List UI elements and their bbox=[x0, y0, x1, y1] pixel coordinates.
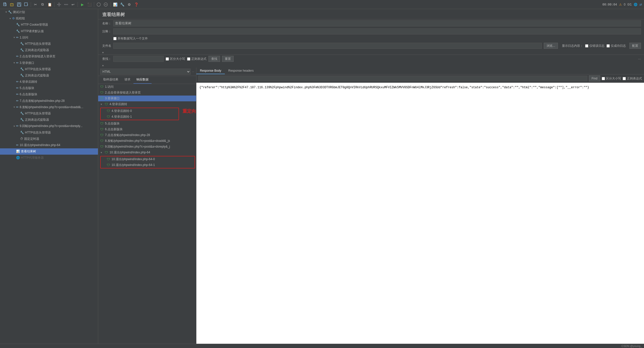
tree-item-click-block[interactable]: ✏ 5.点击版块 bbox=[0, 85, 98, 91]
filename-input[interactable] bbox=[113, 43, 542, 49]
saveas-btn[interactable] bbox=[23, 2, 29, 8]
test-tree: 🔧 测试计划 ⚙ 线程组 🔧 HTTP Cookie管理器 🔧 HTTP请求默认… bbox=[0, 9, 98, 344]
tree-item-header2[interactable]: 🔧 HTTP信息头管理器 bbox=[0, 66, 98, 72]
tools-btn[interactable]: 🔧 bbox=[119, 2, 125, 8]
find-btn[interactable]: 查找 bbox=[208, 56, 220, 62]
result-item-redirect[interactable]: 🛡 4.登录后跳转 bbox=[98, 101, 196, 107]
regex2-icon: 🔧 bbox=[20, 73, 24, 78]
tree-item-regex3[interactable]: 🔧 正则表达式提取器 bbox=[0, 117, 98, 123]
tree-item-result[interactable]: 📊 查看结果树 bbox=[0, 148, 98, 155]
save-btn[interactable] bbox=[16, 2, 22, 8]
tree-item-login-if[interactable]: ✏ 3.登录接口 bbox=[0, 60, 98, 66]
tree-item-regex1[interactable]: 🔧 正则表达式提取器 bbox=[0, 47, 98, 53]
tree-item-plan[interactable]: 🔧 测试计划 bbox=[0, 9, 98, 15]
arrow-redirect-list bbox=[100, 103, 103, 106]
result-item-reply[interactable]: 🛡 9.回帖/phpwind/index.php?c=post&a=dorepl… bbox=[98, 144, 196, 150]
tree-item-header1[interactable]: 🔧 HTTP信息头管理器 bbox=[0, 41, 98, 47]
regex-group[interactable]: 正则表达式 bbox=[187, 57, 206, 61]
tree-item-login-btn[interactable]: ✏ 2.点击登录按钮进入登录页 bbox=[0, 53, 98, 60]
stop-btn[interactable]: ⬛ bbox=[86, 2, 92, 8]
click-block-icon: ✏ bbox=[16, 86, 19, 91]
undo-btn[interactable]: ↩ bbox=[70, 2, 76, 8]
all-data-checkbox-group[interactable]: 所有数据写入一个文件 bbox=[113, 36, 148, 41]
reset-btn[interactable]: 重置 bbox=[222, 56, 234, 62]
format-select[interactable]: HTML TEXT JSON XML Regexp Tester CSS/JQu… bbox=[100, 69, 191, 75]
result-item-block[interactable]: 🛡 5.点击版块 bbox=[98, 121, 196, 126]
comment-input[interactable] bbox=[113, 28, 641, 34]
tree-item-visit[interactable]: ✏ 1.访问 bbox=[0, 34, 98, 41]
report-btn[interactable]: 📊 bbox=[112, 2, 118, 8]
success-log-checkbox[interactable] bbox=[606, 44, 610, 48]
result-item-visit[interactable]: 🛡 1.访问 bbox=[98, 84, 196, 90]
expand-btn[interactable]: ➕ bbox=[56, 2, 62, 8]
copy-btn[interactable]: ⧉ bbox=[40, 2, 46, 8]
result-item-redirect-0[interactable]: 🛡 4.登录后跳转-0 bbox=[101, 108, 178, 114]
tree-item-header3[interactable]: 🔧 HTTP信息头管理器 bbox=[0, 110, 98, 117]
resp-regex-checkbox[interactable] bbox=[623, 77, 626, 80]
result-item-login-if[interactable]: 🛡 3.登录接口 bbox=[98, 96, 196, 101]
timer-icon: ⏱ bbox=[20, 137, 23, 141]
tree-item-cookie[interactable]: 🔧 HTTP Cookie管理器 bbox=[0, 22, 98, 28]
help-btn[interactable]: ❓ bbox=[133, 2, 139, 8]
result-item-logout64-0[interactable]: 🛡 10.退出/phpwind/index.php-64-0 bbox=[101, 156, 195, 162]
tab-response-body[interactable]: Response Body bbox=[196, 68, 225, 74]
open-btn[interactable] bbox=[9, 2, 15, 8]
tab-request[interactable]: 请求 bbox=[121, 76, 133, 84]
header3-icon: 🔧 bbox=[20, 111, 24, 116]
tree-item-thread[interactable]: ⚙ 线程组 bbox=[0, 15, 98, 22]
success-log-group[interactable]: 仅成功日志 bbox=[606, 44, 626, 48]
tree-item-default[interactable]: 🔧 HTTP请求默认值 bbox=[0, 28, 98, 34]
error-log-checkbox[interactable] bbox=[585, 44, 588, 48]
settings-btn[interactable]: ⚙ bbox=[126, 2, 132, 8]
clear-all-btn[interactable] bbox=[96, 2, 102, 8]
resp-case-group[interactable]: 区分大小写 bbox=[602, 76, 621, 81]
case-sensitive-group[interactable]: 区分大小写 bbox=[166, 57, 185, 61]
result-item-login-click[interactable]: 🛡 2.点击登录按钮进入登录页 bbox=[98, 90, 196, 96]
tree-item-post28[interactable]: ✏ 7.点击发帖/phpwind/index.php-28 bbox=[0, 98, 98, 104]
search-input[interactable] bbox=[113, 56, 164, 62]
result-item-doadd[interactable]: 🛡 8.发帖/phpwind/index.php?c=post&a=doadd&… bbox=[98, 138, 196, 144]
response-find-btn[interactable]: Find bbox=[589, 75, 600, 81]
browse-btn[interactable]: 浏览... bbox=[544, 43, 558, 49]
config-btn[interactable]: 配置 bbox=[629, 43, 641, 49]
tree-item-redirect[interactable]: ✏ 4.登录后跳转 bbox=[0, 79, 98, 85]
case-sensitive-checkbox[interactable] bbox=[166, 57, 169, 61]
cut-btn[interactable]: ✂ bbox=[32, 2, 39, 8]
tab-response[interactable]: 响应数据 bbox=[133, 76, 152, 84]
tree-item-timer[interactable]: ⏱ 固定定时器 bbox=[0, 136, 98, 142]
tab-response-headers[interactable]: Response headers bbox=[225, 68, 257, 74]
result-item-new-block[interactable]: 🛡 6.点击新版块 bbox=[98, 126, 196, 132]
all-data-checkbox[interactable] bbox=[113, 37, 117, 40]
tree-item-click-new[interactable]: ✏ 6.点击新版块 bbox=[0, 91, 98, 98]
result-item-logout64-1[interactable]: 🛡 10.退出/phpwind/index.php-64-1 bbox=[101, 162, 195, 168]
result-item-logout64[interactable]: 🛡 10.退出/phpwind/index.php-64 bbox=[98, 150, 196, 155]
resp-case-checkbox[interactable] bbox=[602, 77, 605, 80]
tree-item-proxy[interactable]: 🌐 HTTP代理服务器 bbox=[0, 155, 98, 161]
run-btn[interactable]: ▶ bbox=[79, 2, 85, 8]
tree-item-header4[interactable]: 🔧 HTTP信息头管理器 bbox=[0, 129, 98, 136]
redirect-red-box: 🛡 4.登录后跳转-0 🛡 4.登录后跳转-1 bbox=[100, 108, 179, 120]
new-btn[interactable] bbox=[2, 2, 8, 8]
tree-item-logout[interactable]: ✏ 10.退出/phpwind/index.php-64 bbox=[0, 142, 98, 148]
header2-label: HTTP信息头管理器 bbox=[25, 67, 51, 72]
arrow-logout-list bbox=[100, 151, 103, 154]
response-search-input[interactable] bbox=[198, 76, 587, 81]
name-input[interactable] bbox=[113, 20, 641, 26]
shield-doadd: 🛡 bbox=[100, 139, 103, 143]
tree-item-post-doadd[interactable]: ✏ 8.发帖/phpwind/index.php?c=post&a=doadd&… bbox=[0, 104, 98, 110]
expand-arrow-up[interactable]: ▲ bbox=[101, 50, 105, 54]
tree-item-reply[interactable]: ✏ 9.回帖/phpwind/index.php?c=post&a=dorepl… bbox=[0, 123, 98, 129]
collapse-btn[interactable]: ➖ bbox=[63, 2, 69, 8]
clear-btn[interactable] bbox=[103, 2, 109, 8]
tree-item-regex2[interactable]: 🔧 正则表达式提取器 bbox=[0, 72, 98, 79]
result-item-redirect-1[interactable]: 🛡 4.登录后跳转-1 bbox=[101, 114, 178, 120]
arrow-visit bbox=[13, 36, 16, 39]
result-item-post28[interactable]: 🛡 7.点击发帖/phpwind/index.php-28 bbox=[98, 132, 196, 138]
expand-arrow-down[interactable]: ▲ bbox=[101, 63, 105, 67]
regex-checkbox[interactable] bbox=[187, 57, 190, 61]
paste-btn[interactable]: 📋 bbox=[47, 2, 53, 8]
resp-regex-group[interactable]: 正则表达式 bbox=[623, 76, 642, 81]
dots-menu[interactable]: ··· bbox=[638, 57, 641, 61]
tab-sampler[interactable]: 取样器结果 bbox=[100, 76, 121, 84]
error-log-group[interactable]: 仅错误日志 bbox=[585, 44, 604, 48]
